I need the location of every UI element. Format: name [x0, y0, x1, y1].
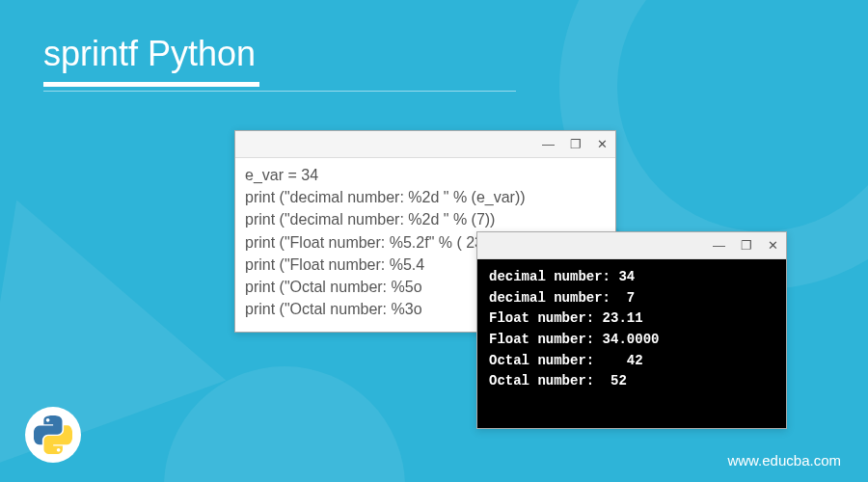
- terminal-window: — ❐ ✕ decimal number: 34decimal number: …: [476, 231, 787, 429]
- code-line: e_var = 34: [245, 164, 606, 186]
- code-line: print ("decimal number: %2d " % (e_var)): [245, 186, 606, 208]
- watermark-text: www.educba.com: [727, 452, 841, 469]
- terminal-window-titlebar: — ❐ ✕: [477, 232, 786, 259]
- terminal-line: Float number: 23.11: [489, 308, 774, 330]
- maximize-icon[interactable]: ❐: [741, 239, 752, 252]
- python-logo-icon: [25, 407, 81, 463]
- terminal-line: Float number: 34.0000: [489, 330, 774, 351]
- code-line: print ("decimal number: %2d " % (7)): [245, 208, 606, 230]
- terminal-line: decimal number: 7: [489, 288, 774, 309]
- close-icon[interactable]: ✕: [597, 138, 608, 150]
- terminal-line: Octal number: 52: [489, 371, 774, 392]
- terminal-line: decimal number: 34: [489, 267, 774, 288]
- minimize-icon[interactable]: —: [542, 138, 555, 150]
- python-icon: [34, 415, 72, 454]
- title-underline: [43, 82, 259, 87]
- terminal-line: Octal number: 42: [489, 351, 774, 372]
- code-window-titlebar: — ❐ ✕: [235, 131, 615, 158]
- page-title: sprintf Python: [43, 34, 256, 74]
- terminal-output: decimal number: 34decimal number: 7Float…: [477, 259, 786, 400]
- close-icon[interactable]: ✕: [768, 239, 778, 252]
- minimize-icon[interactable]: —: [713, 239, 725, 252]
- maximize-icon[interactable]: ❐: [570, 138, 582, 150]
